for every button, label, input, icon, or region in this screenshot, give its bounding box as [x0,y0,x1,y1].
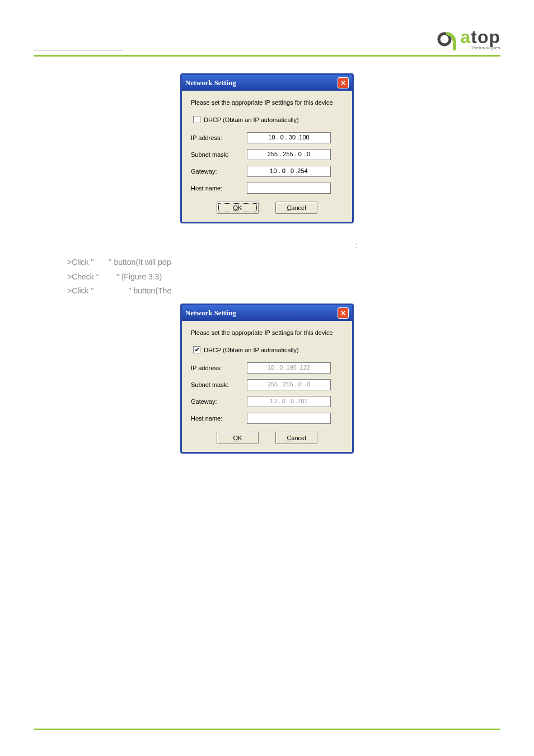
cancel-button[interactable]: Cancel [275,202,317,214]
dhcp-checkbox[interactable]: ✔ [193,346,200,353]
subnet-mask-input[interactable]: 255 . 255 . 0 . 0 [247,149,331,160]
ok-button[interactable]: OK [217,202,259,214]
dhcp-checkbox[interactable] [193,116,200,123]
page-footer [34,729,500,734]
gateway-label: Gateway: [191,398,247,405]
subnet-mask-input: 255 . 255 . 0 . 0 [247,379,331,390]
close-icon[interactable]: × [338,307,349,319]
cancel-button[interactable]: Cancel [275,432,317,444]
subnet-mask-label: Subnet mask: [191,151,247,158]
dialog-titlebar: Network Setting × [182,75,352,91]
logo: atop Technologies [437,28,500,50]
close-icon[interactable]: × [338,77,349,88]
subnet-mask-label: Subnet mask: [191,381,247,388]
dialog-titlebar: Network Setting × [182,305,352,321]
dhcp-checkbox-row[interactable]: DHCP (Obtain an IP automatically) [191,116,343,123]
hostname-input[interactable] [247,413,331,424]
header-underline [34,49,123,50]
instruction-steps: >Click " " button(It will pop >Check " "… [67,255,500,298]
hostname-label: Host name: [191,415,247,422]
logo-icon [437,28,459,50]
ok-button[interactable]: OK [217,432,259,444]
dialog-message: Please set the appropriate IP settings f… [191,329,343,337]
dialog-message: Please set the appropriate IP settings f… [191,99,343,107]
hostname-input[interactable] [247,183,331,194]
network-setting-dialog-2: Network Setting × Please set the appropr… [180,304,354,454]
ip-address-input: 10 . 0 .195 .122 [247,362,331,374]
section-colon: : [213,240,500,250]
dhcp-label: DHCP (Obtain an IP automatically) [204,116,299,123]
page-header: atop Technologies [34,28,500,57]
ip-address-label: IP address: [191,134,247,141]
dialog-title-text: Network Setting [185,78,236,87]
dhcp-label: DHCP (Obtain an IP automatically) [204,347,299,353]
logo-text-main: atop [460,28,500,46]
network-setting-dialog-1: Network Setting × Please set the appropr… [180,73,354,223]
hostname-label: Host name: [191,185,247,192]
ip-address-input[interactable]: 10 . 0 . 30 .100 [247,132,331,143]
gateway-input: 10 . 0 . 0 .201 [247,396,331,407]
dialog-title-text: Network Setting [185,309,236,318]
gateway-label: Gateway: [191,168,247,175]
gateway-input[interactable]: 10 . 0 . 0 .254 [247,166,331,177]
ip-address-label: IP address: [191,365,247,371]
dhcp-checkbox-row[interactable]: ✔ DHCP (Obtain an IP automatically) [191,346,343,353]
logo-text-sub: Technologies [460,46,500,50]
